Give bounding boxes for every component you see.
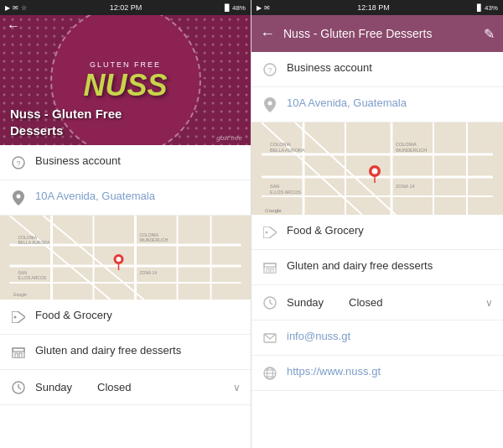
- question-icon: ?: [10, 154, 27, 171]
- left-content: ? Business account 10A Avenida, Guatemal…: [0, 145, 251, 448]
- svg-text:COLONIA: COLONIA: [396, 142, 417, 147]
- left-back-button[interactable]: ←: [7, 18, 20, 34]
- right-content: ? Business account 10A Avenida, Guatemal…: [252, 52, 503, 448]
- building-icon: [10, 344, 27, 361]
- right-address-text[interactable]: 10A Avenida, Guatemala: [287, 96, 493, 111]
- left-hours-day: Sunday: [35, 381, 72, 393]
- left-status-bar: ▶ ✉ ☆ 12:02 PM ▉ 48%: [0, 0, 251, 15]
- left-hero-image: gluten free NUSS ← Nuss - Gluten Free De…: [0, 15, 251, 145]
- right-signal-icon: ▶: [257, 4, 262, 12]
- right-status-icons: ▶ ✉: [257, 4, 270, 12]
- left-hours-row[interactable]: Sunday Closed ∨: [0, 370, 251, 405]
- right-hours-row[interactable]: Sunday Closed ∨: [252, 285, 503, 320]
- left-business-account-text: Business account: [35, 154, 241, 169]
- svg-text:WUNDERLICH: WUNDERLICH: [396, 148, 427, 153]
- svg-rect-29: [13, 348, 24, 358]
- right-mail-icon: ✉: [264, 4, 270, 12]
- right-time: 12:18 PM: [357, 3, 390, 12]
- svg-rect-32: [19, 353, 22, 358]
- tag-icon: [10, 309, 27, 326]
- left-address-row: 10A Avenida, Guatemala: [0, 180, 251, 216]
- left-status-icons: ▶ ✉ ☆: [5, 4, 27, 12]
- right-status-bar: ▶ ✉ 12:18 PM ▊ 43%: [252, 0, 503, 15]
- svg-text:E.LOS ARCOS: E.LOS ARCOS: [18, 275, 47, 280]
- svg-text:SAN: SAN: [270, 184, 279, 189]
- left-category-text: Food & Grocery: [35, 308, 241, 323]
- hero-title: Nuss - Gluten Free Desserts: [10, 106, 122, 138]
- svg-text:E.LOS ARCOS: E.LOS ARCOS: [270, 190, 301, 195]
- left-right-icons: ▉ 48%: [225, 4, 246, 12]
- right-right-icons: ▊ 43%: [477, 4, 498, 12]
- left-battery-icon: ▉: [225, 4, 230, 12]
- right-business-account-row: ? Business account: [252, 52, 503, 87]
- left-signal-icon: ▶: [5, 4, 10, 12]
- svg-point-26: [117, 257, 122, 262]
- right-hours-day: Sunday: [287, 296, 324, 309]
- left-mail-icon: ✉: [13, 4, 18, 12]
- right-description-text: Gluten and dairy free desserts: [287, 258, 493, 273]
- svg-point-4: [17, 195, 21, 199]
- svg-text:WUNDERLICH: WUNDERLICH: [140, 237, 169, 242]
- right-map[interactable]: COLONIA BELLA AURORA COLONIA WUNDERLICH …: [252, 122, 503, 215]
- svg-rect-31: [15, 353, 18, 358]
- svg-point-28: [14, 316, 17, 319]
- svg-rect-30: [13, 348, 24, 352]
- left-map[interactable]: COLONIA BELLA AURORA COLONIA WUNDERLICH …: [0, 216, 251, 300]
- svg-rect-5: [10, 216, 241, 300]
- right-email-text[interactable]: info@nuss.gt: [287, 329, 493, 344]
- svg-text:COLONIA: COLONIA: [270, 142, 291, 147]
- left-battery-pct: 48%: [232, 4, 246, 12]
- clock-icon-right: [262, 294, 278, 311]
- hero-nuss-text: NUSS: [83, 70, 167, 101]
- svg-point-60: [372, 169, 378, 175]
- svg-rect-65: [267, 268, 269, 273]
- right-hours-status: Closed: [349, 296, 382, 309]
- svg-point-62: [266, 232, 268, 234]
- left-description-text: Gluten and dairy free desserts: [35, 343, 241, 358]
- right-header: ← Nuss - Gluten Free Desserts ✎: [252, 15, 503, 52]
- svg-text:oogle: oogle: [269, 208, 282, 213]
- svg-text:BELLA AURORA: BELLA AURORA: [270, 148, 305, 153]
- right-tag-icon: [262, 224, 278, 241]
- right-category-text: Food & Grocery: [287, 223, 493, 238]
- svg-text:oogle: oogle: [17, 292, 27, 297]
- svg-rect-63: [264, 263, 276, 273]
- right-category-row: Food & Grocery: [252, 215, 503, 250]
- right-website-text[interactable]: https://www.nuss.gt: [287, 364, 493, 379]
- right-edit-button[interactable]: ✎: [484, 26, 495, 42]
- right-building-icon: [262, 259, 278, 276]
- right-business-account-text: Business account: [287, 60, 493, 76]
- right-back-button[interactable]: ←: [260, 25, 275, 43]
- left-description-row: Gluten and dairy free desserts: [0, 335, 251, 370]
- right-location-icon: [262, 96, 278, 113]
- svg-text:BELLA AURORA: BELLA AURORA: [18, 240, 50, 245]
- hero-guilt-free: guilt free: [216, 134, 242, 142]
- right-battery-icon: ▊: [477, 4, 482, 12]
- location-icon: [10, 190, 27, 206]
- svg-line-69: [270, 303, 272, 305]
- clock-icon-left: [10, 379, 27, 396]
- right-question-icon: ?: [262, 61, 278, 78]
- svg-text:ZONA 14: ZONA 14: [140, 270, 158, 275]
- chevron-down-icon-right[interactable]: ∨: [485, 297, 493, 309]
- left-address-text[interactable]: 10A Avenida, Guatemala: [35, 189, 241, 204]
- svg-rect-64: [264, 263, 276, 267]
- svg-text:?: ?: [267, 66, 272, 75]
- email-icon: [262, 330, 278, 346]
- left-business-account-row: ? Business account: [0, 145, 251, 180]
- svg-text:ZONA 14: ZONA 14: [396, 184, 415, 189]
- right-battery-pct: 43%: [485, 4, 498, 12]
- svg-rect-66: [271, 268, 273, 273]
- left-panel: ▶ ✉ ☆ 12:02 PM ▉ 48% gluten free NUSS ← …: [0, 0, 252, 448]
- right-website-row: https://www.nuss.gt: [252, 356, 503, 391]
- right-header-title: Nuss - Gluten Free Desserts: [283, 27, 475, 40]
- left-time: 12:02 PM: [110, 3, 143, 12]
- left-hours-status: Closed: [97, 381, 131, 393]
- svg-text:?: ?: [16, 159, 20, 168]
- svg-point-38: [268, 102, 272, 106]
- svg-line-35: [18, 388, 21, 389]
- right-description-row: Gluten and dairy free desserts: [252, 250, 503, 285]
- globe-icon: [262, 365, 278, 382]
- left-star-icon: ☆: [21, 4, 27, 12]
- chevron-down-icon-left[interactable]: ∨: [233, 382, 241, 393]
